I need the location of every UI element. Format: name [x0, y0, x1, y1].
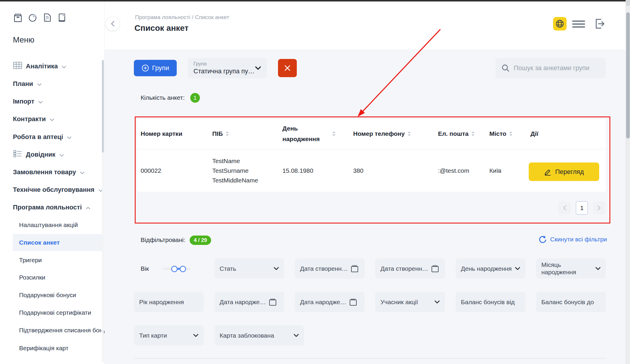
chevron-left-icon — [563, 205, 566, 211]
sidebar-subitem-gift-certificates[interactable]: Подарункові сертифікати — [13, 304, 105, 321]
sidebar-subitem-card-verification[interactable]: Верифікація карт — [13, 340, 105, 357]
chevron-down-icon — [294, 334, 299, 337]
pagination-next-button[interactable] — [593, 202, 605, 214]
pagination-prev-button[interactable] — [558, 202, 571, 214]
filter-bonus-balance-to-input[interactable]: Баланс бонусів до — [536, 292, 606, 312]
sidebar-subitem-promo-settings[interactable]: Налаштування акцій — [13, 216, 105, 233]
filter-card-type-select[interactable]: Тип карти — [134, 325, 204, 346]
clear-group-button[interactable] — [278, 59, 297, 77]
sidebar-subitem-triggers[interactable]: Тригери — [13, 252, 105, 269]
sidebar-subitem-bonus-writeoff-confirm[interactable]: Підтвердження списання бону… — [13, 322, 105, 339]
age-filter-label: Вік — [141, 265, 149, 272]
sidebar-item-plans[interactable]: Плани — [13, 79, 41, 88]
search-input[interactable] — [513, 64, 600, 72]
column-header-label: Номер картки — [141, 130, 182, 137]
sidebar-subitem-mailings[interactable]: Розсилки — [13, 269, 105, 286]
archive-icon[interactable] — [13, 13, 23, 24]
age-slider-handle-max[interactable] — [180, 266, 186, 272]
view-button[interactable]: Перегляд — [529, 162, 599, 181]
sidebar-item-pharmacy-work[interactable]: Робота в аптеці — [13, 133, 71, 141]
subitem-label: Список анкет — [19, 239, 60, 246]
cell-birth-date: 15.08.1980 — [279, 149, 350, 192]
filter-gender-select[interactable]: Стать — [214, 258, 284, 279]
groups-button[interactable]: Групи — [134, 60, 177, 76]
view-button-label: Перегляд — [555, 168, 584, 176]
document-icon[interactable] — [42, 13, 52, 24]
filter-label: Рік народження — [139, 299, 184, 306]
pagination-page-1[interactable]: 1 — [576, 201, 588, 215]
age-slider-handle-min[interactable] — [171, 266, 178, 272]
sidebar-item-label: Технічне обслуговування — [13, 186, 95, 194]
column-header-label: Номер телефону — [353, 130, 405, 137]
chevron-down-icon — [37, 80, 41, 88]
sidebar-scrollbar-thumb[interactable] — [102, 60, 104, 153]
page-scrollbar[interactable] — [626, 0, 630, 364]
sidebar-item-contracts[interactable]: Контракти — [13, 115, 54, 123]
column-header-card-number[interactable]: Номер картки — [137, 118, 209, 149]
chevron-left-icon — [111, 21, 115, 27]
filter-bonus-balance-from-input[interactable]: Баланс бонусів від — [456, 292, 525, 312]
hamburger-menu-button[interactable] — [572, 21, 585, 28]
sidebar-item-directory[interactable]: Довідник — [13, 150, 64, 159]
calendar-icon — [269, 298, 277, 306]
filtered-count-badge: 4 / 29 — [190, 236, 211, 245]
filter-created-date-from[interactable]: Дата створенн… — [295, 258, 365, 279]
sidebar-item-analytics[interactable]: Аналітика — [13, 62, 66, 71]
chevron-down-icon — [80, 168, 84, 176]
sidebar-scrollbar[interactable] — [102, 60, 104, 362]
column-header-email[interactable]: Ел. пошта — [434, 118, 486, 149]
search-box — [496, 58, 606, 78]
page-scrollbar-thumb[interactable] — [626, 12, 630, 138]
sort-icon[interactable] — [509, 131, 513, 137]
chevron-right-icon — [597, 205, 601, 211]
chevron-down-icon — [50, 115, 54, 123]
filter-birth-date-from[interactable]: Дата народже… — [214, 292, 284, 312]
filter-card-blocked-select[interactable]: Карта заблокована — [214, 325, 304, 346]
sidebar-collapse-button[interactable] — [105, 16, 120, 31]
sort-icon[interactable] — [225, 131, 229, 137]
group-select[interactable]: Група Статична група пу… — [188, 58, 267, 78]
filter-birth-day-select[interactable]: День народження — [456, 258, 525, 279]
sidebar-item-maintenance[interactable]: Технічне обслуговування — [13, 185, 103, 194]
sort-icon[interactable] — [407, 131, 411, 137]
close-icon — [284, 65, 291, 72]
language-button[interactable] — [553, 17, 567, 31]
filter-birth-date-to[interactable]: Дата народже… — [295, 292, 365, 312]
column-header-phone[interactable]: Номер телефону — [350, 118, 434, 149]
chevron-up-icon — [86, 204, 90, 211]
filter-label: Учасник акції — [380, 299, 418, 306]
sort-icon[interactable] — [332, 131, 336, 137]
column-header-label: Місто — [489, 130, 506, 137]
sidebar-item-loyalty-program[interactable]: Програма лояльності — [13, 203, 90, 212]
list-icon — [13, 150, 22, 160]
group-select-text: Група Статична група пу… — [193, 61, 255, 75]
filter-birth-year-input[interactable]: Рік народження — [134, 292, 204, 312]
column-header-city[interactable]: Місто — [486, 118, 527, 149]
filter-label: Тип карти — [139, 332, 167, 339]
sidebar-item-import[interactable]: Імпорт — [13, 97, 43, 106]
refresh-icon — [538, 235, 547, 243]
column-header-full-name[interactable]: ПІБ — [209, 118, 279, 149]
logout-button[interactable] — [593, 18, 606, 30]
group-select-label: Група — [193, 61, 255, 67]
book-icon[interactable] — [57, 13, 67, 24]
sidebar-subitem-questionnaire-list[interactable]: Список анкет — [13, 234, 105, 251]
column-header-label: ПІБ — [212, 130, 223, 137]
reset-filters-link[interactable]: Скинути всі фільтри — [538, 235, 607, 243]
chevron-down-icon — [515, 267, 520, 270]
filter-label: Дата створенн… — [300, 265, 348, 272]
column-header-birth-date[interactable]: День народження — [279, 118, 350, 149]
filter-created-date-to[interactable]: Дата створенн… — [375, 258, 445, 279]
sidebar-item-goods-order[interactable]: Замовлення товару — [13, 168, 84, 177]
filter-label: Дата народже… — [300, 299, 346, 306]
pie-chart-icon[interactable] — [28, 13, 38, 24]
filter-promo-participant-select[interactable]: Учасник акції — [375, 292, 445, 312]
logout-icon — [593, 18, 606, 30]
sort-icon[interactable] — [471, 131, 475, 137]
filter-label: Місяць народження — [541, 261, 585, 275]
chevron-down-icon — [67, 133, 71, 141]
filter-label: Дата створенн… — [380, 265, 428, 272]
breadcrumb[interactable]: Програма лояльності / Список анкет — [135, 14, 229, 21]
filter-birth-month-select[interactable]: Місяць народження — [536, 258, 606, 279]
sidebar-subitem-gift-bonuses[interactable]: Подарункові бонуси — [13, 287, 105, 304]
